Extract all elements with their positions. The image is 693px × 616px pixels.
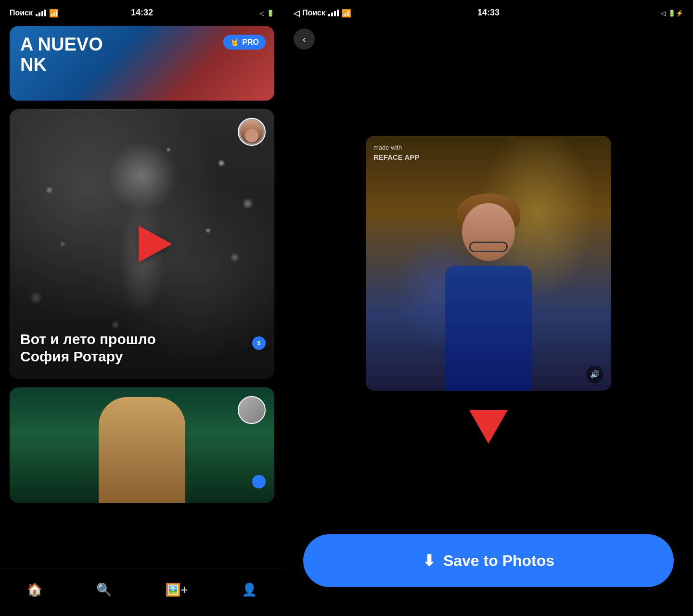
arrow-down-indicator bbox=[469, 410, 508, 444]
save-to-photos-button[interactable]: ⬇ Save to Photos bbox=[303, 534, 674, 587]
cards-container: A NUEVO NK 🤘 PRO $ Вот и лето прошло bbox=[0, 26, 284, 568]
bottom-nav: 🏠 🔍 🖼️+ 👤 bbox=[0, 568, 284, 616]
wifi-icon-right: 📶 bbox=[342, 9, 351, 18]
card-middle[interactable]: $ Вот и лето прошло София Ротару bbox=[10, 109, 274, 379]
video-performer-figure bbox=[416, 189, 561, 391]
status-info-left: Поиск 📶 bbox=[10, 9, 59, 18]
search-label-left: Поиск bbox=[10, 9, 33, 17]
avatar-head bbox=[245, 129, 258, 142]
location-icon-left: ◁ bbox=[259, 10, 264, 17]
status-bar-right: ◁ Поиск 📶 14:33 ◁ 🔋⚡ bbox=[284, 0, 693, 26]
video-card[interactable]: made with REFACE APP 🔊 bbox=[366, 136, 611, 391]
signal-icon-left bbox=[36, 10, 46, 16]
battery-icon-left: 🔋 bbox=[267, 10, 274, 17]
arrow-right-indicator bbox=[139, 226, 172, 262]
home-icon: 🏠 bbox=[27, 582, 42, 597]
add-icon: 🖼️+ bbox=[165, 582, 188, 597]
gps-icon-right: ◁ bbox=[661, 10, 666, 17]
performer-head bbox=[462, 203, 515, 261]
right-status-icons-left: ◁ 🔋 bbox=[259, 10, 274, 17]
card-bottom[interactable] bbox=[10, 387, 274, 503]
reface-badge-2 bbox=[252, 475, 266, 488]
status-info-right: ◁ Поиск 📶 bbox=[294, 9, 351, 18]
battery-area-right: ◁ 🔋⚡ bbox=[661, 10, 683, 17]
video-area: made with REFACE APP 🔊 bbox=[284, 50, 693, 534]
signal-bars-right bbox=[328, 10, 339, 16]
nav-search[interactable]: 🔍 bbox=[96, 582, 112, 597]
time-right: 14:33 bbox=[477, 8, 500, 18]
arrow-down-container bbox=[469, 410, 508, 444]
location-arrow-right: ◁ bbox=[294, 9, 299, 18]
avatar-badge-2 bbox=[238, 396, 266, 424]
status-bar-left: Поиск 📶 14:32 ◁ 🔋 bbox=[0, 0, 284, 26]
performer-glasses bbox=[469, 242, 508, 252]
back-chevron-icon: ‹ bbox=[303, 34, 306, 45]
pro-icon: 🤘 bbox=[230, 38, 240, 47]
pro-badge: 🤘 PRO bbox=[223, 35, 266, 50]
save-button-label: Save to Photos bbox=[443, 552, 554, 570]
profile-icon: 👤 bbox=[242, 582, 257, 597]
time-left: 14:32 bbox=[131, 8, 153, 18]
nav-home[interactable]: 🏠 bbox=[27, 582, 42, 597]
video-watermark: made with REFACE APP bbox=[373, 143, 419, 162]
card-top[interactable]: A NUEVO NK 🤘 PRO bbox=[10, 26, 274, 101]
avatar-badge bbox=[238, 118, 266, 146]
card-bottom-figure bbox=[99, 397, 185, 503]
sound-icon[interactable]: 🔊 bbox=[586, 366, 603, 383]
reface-badge: $ bbox=[252, 336, 266, 350]
battery-charging-icon-right: 🔋⚡ bbox=[668, 10, 683, 17]
nav-add[interactable]: 🖼️+ bbox=[165, 582, 188, 597]
right-panel: ◁ Поиск 📶 14:33 ◁ 🔋⚡ ‹ bbox=[284, 0, 693, 616]
search-icon: 🔍 bbox=[96, 582, 112, 597]
card-caption: Вот и лето прошло София Ротару bbox=[20, 331, 156, 365]
card-top-text: A NUEVO NK bbox=[20, 35, 103, 75]
speaker-icon: 🔊 bbox=[590, 370, 600, 379]
download-icon: ⬇ bbox=[423, 552, 436, 570]
back-button[interactable]: ‹ bbox=[294, 28, 315, 50]
save-btn-container: ⬇ Save to Photos bbox=[284, 534, 693, 616]
avatar-inner bbox=[240, 120, 263, 143]
performer-body bbox=[445, 266, 532, 391]
nav-profile[interactable]: 👤 bbox=[242, 582, 257, 597]
wifi-icon-left: 📶 bbox=[49, 9, 59, 18]
left-panel: Поиск 📶 14:32 ◁ 🔋 A NUEVO NK bbox=[0, 0, 284, 616]
